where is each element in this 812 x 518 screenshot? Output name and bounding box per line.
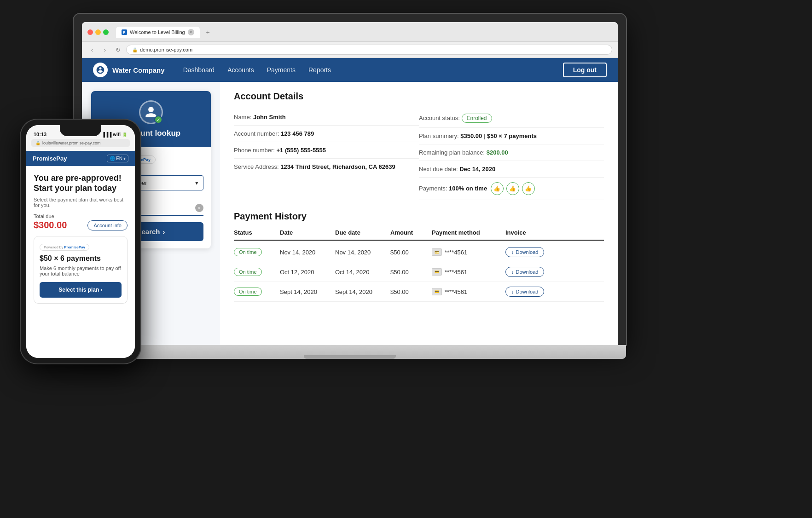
plan-powered-brand: PromisePay [64, 245, 85, 249]
row2-date: Oct 12, 2020 [280, 269, 335, 276]
laptop-device: P Welcome to Level Billing × + ‹ › ↻ 🔒 d… [74, 14, 626, 373]
download-label-1: Download [516, 249, 539, 255]
table-row: On time Sept 14, 2020 Sept 14, 2020 $50.… [234, 282, 604, 302]
thumb-badge-3[interactable]: 👍 [522, 182, 535, 195]
download-icon-3: ↓ [511, 289, 514, 294]
row2-amount: $50.00 [390, 269, 432, 276]
address-row: Service Address: 1234 Third Street, Rich… [234, 159, 419, 175]
plan-summary-row: Plan summary: $350.00 | $50 × 7 payments [419, 128, 604, 144]
on-time-badge-3: On time [234, 288, 262, 296]
phone-language: EN [116, 156, 122, 161]
row1-card: ****4561 [445, 249, 467, 256]
nav-link-accounts[interactable]: Accounts [227, 66, 254, 74]
brand-name: Water Company [112, 66, 165, 74]
col-status: Status [234, 229, 280, 236]
download-label-2: Download [516, 269, 539, 275]
phone-row: Phone number: +1 (555) 555-5555 [234, 142, 419, 159]
lock-icon: 🔒 [132, 47, 138, 52]
plan-summary-label: Plan summary: [419, 132, 459, 139]
back-button[interactable]: ‹ [87, 45, 97, 54]
payment-history-section: Payment History Status Date Due date Amo… [234, 211, 604, 302]
clear-input-button[interactable]: × [195, 204, 203, 212]
payments-value: 100% on time [449, 185, 487, 192]
enrolled-badge: Enrolled [462, 114, 492, 123]
table-row: On time Nov 14, 2020 Nov 14, 2020 $50.00… [234, 242, 604, 262]
phone-lock-icon: 🔒 [35, 141, 41, 145]
account-grid: Name: John Smith Account number: 123 456… [234, 109, 604, 200]
thumb-badge-1[interactable]: 👍 [491, 182, 504, 195]
phone-language-selector[interactable]: 🌐 EN ▾ [107, 155, 128, 162]
phone-app-bar: PromisePay 🌐 EN ▾ [26, 151, 135, 166]
avatar-check-icon: ✓ [154, 115, 162, 124]
nav-brand: Water Company [93, 63, 165, 77]
plan-powered-prefix: Powered by [44, 245, 63, 249]
row3-date: Sept 14, 2020 [280, 288, 335, 295]
download-button-1[interactable]: ↓ Download [505, 247, 544, 257]
browser-addressbar: ‹ › ↻ 🔒 demo.promise-pay.com [82, 42, 618, 58]
download-icon-1: ↓ [511, 249, 514, 255]
url-text: demo.promise-pay.com [140, 47, 192, 52]
wifi-icon: wifi [113, 132, 121, 137]
row3-amount: $50.00 [390, 288, 432, 295]
payments-label: Payments: [419, 185, 447, 192]
row3-invoice: ↓ Download [505, 287, 561, 297]
thumb-badges: 👍 👍 👍 [491, 182, 535, 195]
phone-heading: You are pre-approved! Start your plan to… [34, 173, 128, 193]
address-bar[interactable]: 🔒 demo.promise-pay.com [126, 45, 612, 55]
on-time-badge-2: On time [234, 268, 262, 276]
app-nav: Water Company Dashboard Accounts Payment… [82, 58, 618, 82]
phone-content: You are pre-approved! Start your plan to… [26, 166, 135, 358]
row2-payment-method: 💳 ****4561 [432, 268, 505, 276]
address-label: Service Address: [234, 163, 279, 170]
row1-status: On time [234, 248, 280, 256]
reload-button[interactable]: ↻ [113, 45, 122, 54]
address-value: 1234 Third Street, Richardson, CA 62639 [280, 163, 395, 170]
globe-icon: 🌐 [110, 156, 115, 161]
card-icon-2: 💳 [432, 268, 442, 276]
col-date: Date [280, 229, 335, 236]
nav-link-dashboard[interactable]: Dashboard [183, 66, 215, 74]
browser-tab[interactable]: P Welcome to Level Billing × [116, 27, 200, 38]
plan-summary-separator: | [484, 132, 487, 139]
next-due-value: Dec 14, 2020 [459, 166, 495, 173]
forward-button[interactable]: › [100, 45, 110, 54]
download-button-3[interactable]: ↓ Download [505, 287, 544, 297]
laptop-base [74, 345, 626, 359]
close-window-button[interactable] [87, 29, 93, 35]
phone-address-bar[interactable]: 🔒 louisvillewater.promise-pay.com [31, 139, 130, 147]
laptop-bezel: P Welcome to Level Billing × + ‹ › ↻ 🔒 d… [74, 14, 626, 345]
select-plan-button[interactable]: Select this plan › [40, 282, 122, 298]
thumb-badge-2[interactable]: 👍 [506, 182, 519, 195]
phone-bezel: 10:13 ▐▐▐ wifi 🔋 🔒 louisvillewater.promi… [21, 120, 140, 363]
status-label: Account status: [419, 115, 460, 121]
plan-card: Powered by PromisePay $50 × 6 payments M… [34, 236, 128, 304]
account-info-button[interactable]: Account info [87, 220, 128, 230]
payment-history-title: Payment History [234, 211, 604, 222]
row1-payment-method: 💳 ****4561 [432, 248, 505, 256]
minimize-window-button[interactable] [95, 29, 101, 35]
browser-content: Water Company Dashboard Accounts Payment… [82, 58, 618, 345]
status-row: Account status: Enrolled [419, 109, 604, 128]
lang-chevron-icon: ▾ [123, 156, 126, 161]
download-label-3: Download [516, 289, 539, 294]
col-invoice: Invoice [505, 229, 561, 236]
tab-close-button[interactable]: × [188, 29, 194, 35]
phone-notch [60, 125, 101, 136]
app-main: ✓ Account lookup Powered by PromisePay [82, 82, 618, 345]
nav-link-reports[interactable]: Reports [308, 66, 331, 74]
maximize-window-button[interactable] [103, 29, 109, 35]
row1-invoice: ↓ Download [505, 247, 561, 257]
phone-value: +1 (555) 555-5555 [277, 147, 326, 154]
on-time-badge-1: On time [234, 248, 262, 256]
nav-link-payments[interactable]: Payments [267, 66, 296, 74]
payments-row: Payments: 100% on time 👍 👍 👍 [419, 178, 604, 200]
search-arrow-icon: › [163, 228, 165, 236]
new-tab-button[interactable]: + [203, 28, 213, 37]
logout-button[interactable]: Log out [563, 63, 607, 77]
download-button-2[interactable]: ↓ Download [505, 267, 544, 277]
phone-label: Phone number: [234, 147, 275, 154]
phone-total-amount: $300.00 [34, 220, 67, 230]
account-number-row: Account number: 123 456 789 [234, 126, 419, 142]
card-icon-3: 💳 [432, 288, 442, 295]
chevron-down-icon: ▾ [195, 179, 198, 186]
